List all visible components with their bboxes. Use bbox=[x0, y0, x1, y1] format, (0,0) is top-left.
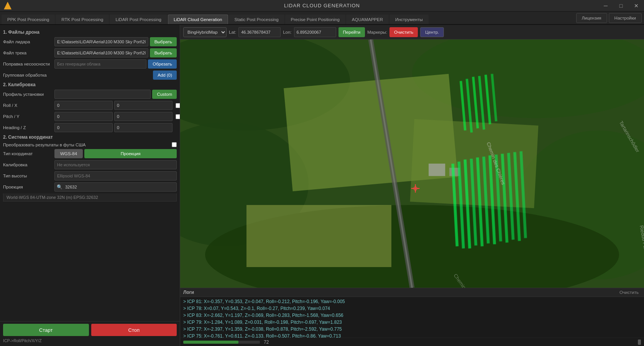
log-line: > ICP 77: X=-2.397, Y=1.359, Z=-0.038, R… bbox=[183, 326, 641, 333]
pitch-input2[interactable] bbox=[114, 112, 172, 121]
markers-label: Маркеры: bbox=[367, 30, 387, 34]
projection-suggestion[interactable]: World-WGS 84-UTM-zone 32N (m) EPSG:32632 bbox=[3, 193, 177, 202]
xyz-checkbox[interactable] bbox=[176, 103, 180, 108]
convert-row: Преобразовать результаты в футы США bbox=[3, 142, 177, 147]
track-file-label: Файл трека bbox=[3, 51, 53, 55]
pitch-label: Pitch / Y bbox=[3, 114, 53, 119]
lon-label: Lon: bbox=[283, 30, 291, 34]
convert-label: Преобразовать результаты в футы США bbox=[3, 143, 170, 147]
height-type-input[interactable] bbox=[54, 171, 177, 180]
left-content: 1. Файлы дрона Файл лидара Выбрать Файл … bbox=[0, 25, 180, 321]
correction-label: Поправка несоосности bbox=[3, 62, 53, 66]
svg-rect-11 bbox=[429, 164, 445, 176]
convert-checkbox[interactable] bbox=[172, 142, 177, 147]
pitch-inputs bbox=[54, 112, 172, 121]
section2-header: 2. Калибровка bbox=[3, 82, 177, 88]
lidar-file-row: Файл лидара Выбрать bbox=[3, 37, 177, 46]
section3-header: 2. Система координат bbox=[3, 134, 177, 141]
correction-input[interactable] bbox=[54, 59, 146, 69]
lidar-file-input[interactable] bbox=[54, 37, 148, 46]
cal-checkboxes: X/Y/Z bbox=[176, 103, 180, 108]
maximize-button[interactable]: □ bbox=[613, 0, 629, 11]
calibration-input[interactable] bbox=[54, 160, 177, 169]
roll-label: Roll / X bbox=[3, 103, 53, 108]
progress-fill bbox=[183, 341, 238, 344]
map-area[interactable]: Chemin des Chières Tartarinschôdler Ried… bbox=[180, 39, 644, 288]
scroll-handle[interactable] bbox=[638, 339, 641, 345]
tab-instruments[interactable]: Инструменты bbox=[389, 15, 429, 24]
dynamic-checkbox[interactable] bbox=[176, 114, 180, 119]
progress-value: 72 bbox=[264, 339, 269, 345]
custom-button[interactable]: Custom bbox=[152, 90, 177, 99]
svg-rect-8 bbox=[246, 205, 391, 267]
tabbar: PPK Post Processing RTK Post Processing … bbox=[0, 11, 644, 25]
log-line: > ICP 75: X=-0.761, Y=0.611, Z=-0.133, R… bbox=[183, 333, 641, 338]
stop-button[interactable]: Стоп bbox=[91, 324, 177, 336]
group-label: Групповая обработка bbox=[3, 73, 53, 77]
search-icon: 🔍 bbox=[55, 184, 64, 190]
profile-input[interactable] bbox=[54, 90, 151, 99]
center-button[interactable]: Центр. bbox=[420, 27, 444, 37]
profile-row: Профиль установки Custom bbox=[3, 90, 177, 99]
height-type-label: Тип высоты bbox=[3, 174, 53, 178]
correction-button[interactable]: Обрезать bbox=[148, 59, 177, 69]
log-content[interactable]: > ICP 81: X=-0.357, Y=0.353, Z=-0.047, R… bbox=[180, 297, 644, 338]
roll-input2[interactable] bbox=[114, 101, 172, 110]
profile-label: Профиль установки bbox=[3, 92, 53, 97]
close-button[interactable]: ✕ bbox=[629, 0, 644, 11]
log-panel: Логи Очистить > ICP 81: X=-0.357, Y=0.35… bbox=[180, 288, 644, 338]
projection-row: Проекция 🔍 bbox=[3, 182, 177, 192]
main-layout: 1. Файлы дрона Файл лидара Выбрать Файл … bbox=[0, 25, 644, 346]
goto-button[interactable]: Перейти bbox=[338, 27, 365, 37]
log-header: Логи Очистить bbox=[180, 288, 644, 297]
projection-label: Проекция bbox=[3, 185, 53, 189]
left-panel: 1. Файлы дрона Файл лидара Выбрать Файл … bbox=[0, 25, 180, 346]
tab-settings[interactable]: Настройки bbox=[609, 13, 642, 23]
group-button[interactable]: Add (0) bbox=[153, 71, 177, 80]
tab-ppp[interactable]: Precise Point Positioning bbox=[285, 15, 345, 24]
projection-button[interactable]: Проекция bbox=[84, 149, 177, 158]
pitch-row: Pitch / Y Динамика bbox=[3, 112, 177, 121]
log-line: > ICP 79: X=-1.284, Y=1.089, Z=0.031, Ro… bbox=[183, 319, 641, 326]
lidar-file-button[interactable]: Выбрать bbox=[150, 37, 177, 46]
projection-search-wrap: 🔍 bbox=[54, 182, 177, 192]
roll-input1[interactable] bbox=[54, 101, 113, 110]
heading-row: Heading / Z bbox=[3, 123, 177, 132]
tab-static-pp[interactable]: Static Post Processing bbox=[229, 15, 284, 24]
projection-input[interactable] bbox=[64, 184, 176, 190]
track-file-row: Файл трека Выбрать bbox=[3, 48, 177, 57]
track-file-button[interactable]: Выбрать bbox=[150, 48, 177, 57]
tab-lidar-pp[interactable]: LiDAR Post Processing bbox=[110, 15, 167, 24]
log-clear-button[interactable]: Очистить bbox=[617, 289, 641, 295]
lat-input[interactable] bbox=[238, 27, 281, 37]
dynamic-checkbox-label[interactable]: Динамика bbox=[176, 114, 180, 119]
correction-row: Поправка несоосности Обрезать bbox=[3, 59, 177, 69]
start-button[interactable]: Старт bbox=[3, 324, 89, 336]
clear-markers-button[interactable]: Очистить bbox=[389, 27, 418, 37]
tab-lidar-cloud[interactable]: LiDAR Cloud Generation bbox=[168, 15, 228, 24]
heading-inputs bbox=[54, 123, 172, 132]
coord-type-row: Тип координат WGS-84 Проекция bbox=[3, 149, 177, 158]
tab-aquamapper[interactable]: AQUAMAPPER bbox=[346, 15, 389, 24]
app-icon bbox=[4, 2, 12, 10]
app-title: LIDAR CLOUD GENERATION bbox=[284, 3, 360, 8]
map-type-select[interactable]: BingHybridMap bbox=[183, 27, 227, 37]
roll-row: Roll / X X/Y/Z bbox=[3, 101, 177, 110]
log-line: > ICP 78: X=0.07, Y=0.543, Z=-0.1, Roll=… bbox=[183, 305, 641, 312]
map-canvas: Chemin des Chières Tartarinschôdler Ried… bbox=[180, 39, 644, 288]
tab-ppk[interactable]: PPK Post Processing bbox=[2, 15, 55, 24]
minimize-button[interactable]: ─ bbox=[598, 0, 613, 11]
lon-input[interactable] bbox=[294, 27, 336, 37]
tab-license[interactable]: Лицензия bbox=[576, 13, 607, 23]
xyz-checkbox-label[interactable]: X/Y/Z bbox=[176, 103, 180, 108]
heading-input1[interactable] bbox=[54, 123, 113, 132]
track-file-input[interactable] bbox=[54, 48, 148, 57]
wgs84-button[interactable]: WGS-84 bbox=[54, 149, 83, 158]
log-line: > ICP 83: X=-2.662, Y=1.197, Z=-0.069, R… bbox=[183, 312, 641, 319]
tab-rtk[interactable]: RTK Post Processing bbox=[56, 15, 109, 24]
window-controls: ─ □ ✕ bbox=[598, 0, 644, 11]
dynamic-checkbox-wrap: Динамика bbox=[176, 114, 180, 119]
left-bottom: Старт Стоп ICP->Roll/Pitch/X/Y/Z bbox=[0, 321, 180, 346]
pitch-input1[interactable] bbox=[54, 112, 113, 121]
heading-input2[interactable] bbox=[114, 123, 172, 132]
